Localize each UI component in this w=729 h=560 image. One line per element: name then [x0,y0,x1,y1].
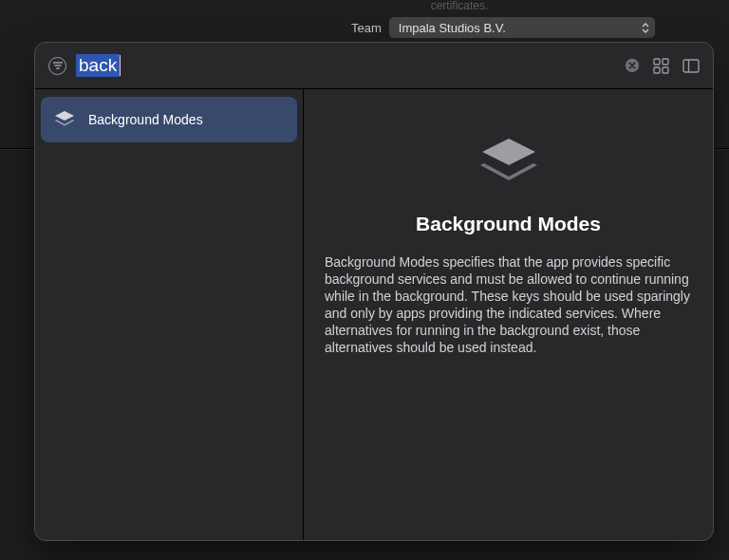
capability-list: Background Modes [35,89,304,540]
panel-header: back [35,43,713,88]
detail-description: Background Modes specifies that the app … [323,254,694,356]
clear-search-icon[interactable] [625,58,640,73]
capability-picker-panel: back [34,42,714,541]
detail-hero-icon [323,112,694,213]
svg-rect-2 [663,59,668,65]
panel-body: Background Modes Background Modes Backgr… [35,88,713,540]
team-select[interactable]: Impala Studios B.V. [389,17,655,38]
list-item-background-modes[interactable]: Background Modes [41,97,297,142]
search-input[interactable]: back [76,54,121,77]
svg-rect-4 [663,67,668,73]
svg-rect-3 [654,67,660,73]
certificates-text: certificates. [190,0,729,11]
capability-detail: Background Modes Background Modes specif… [304,89,713,540]
detail-title: Background Modes [323,213,694,235]
grid-view-icon[interactable] [653,58,669,74]
svg-rect-5 [683,60,699,72]
filter-icon[interactable] [48,57,66,75]
header-toolbar [625,58,700,74]
team-select-value: Impala Studios B.V. [399,21,506,35]
team-label: Team [351,21,382,35]
select-chevrons-icon [642,23,649,33]
svg-rect-1 [654,59,660,65]
list-item-label: Background Modes [88,112,203,127]
columns-view-icon[interactable] [682,59,700,73]
search-input-value: back [76,54,120,77]
layers-icon [54,110,75,129]
text-caret [120,55,121,76]
